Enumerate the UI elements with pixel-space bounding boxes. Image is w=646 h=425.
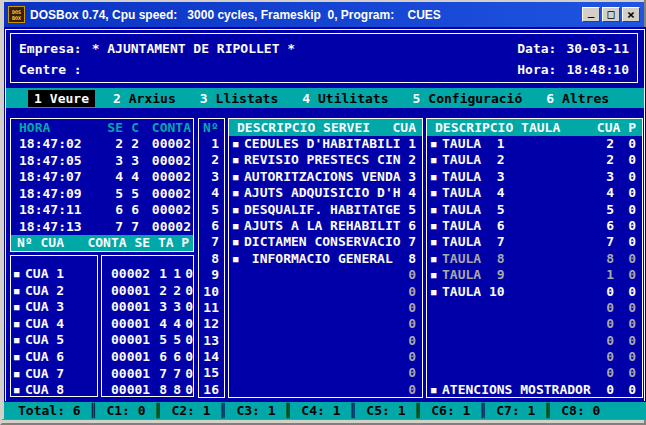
cua-name: CUA 8 xyxy=(25,382,64,397)
dos-screen: Empresa: * AJUNTAMENT DE RIPOLLET * Data… xyxy=(4,27,646,419)
menu-item[interactable]: 5 Configuració xyxy=(407,90,529,107)
status-separator: ║ xyxy=(350,403,358,418)
cua-p: 0 xyxy=(181,316,193,333)
servei-cua: 0 xyxy=(402,300,416,316)
close-button[interactable]: × xyxy=(622,7,640,22)
taula-cua: 4 xyxy=(600,185,614,201)
taula-cua: 2 xyxy=(600,152,614,168)
servei-cua: 4 xyxy=(402,185,416,201)
servei-cua: 8 xyxy=(402,251,416,267)
taula-row: 0 0 xyxy=(427,300,642,316)
servei-cua: 6 xyxy=(402,218,416,234)
status-segment: Total: 6 xyxy=(18,403,81,418)
status-value: C7: 1 xyxy=(496,403,535,418)
menu-item[interactable]: 6 Altres xyxy=(540,90,615,107)
row-number-header: Nº xyxy=(199,119,224,136)
servei-row: ■ AUTORITZACIONS VENDA 3 xyxy=(229,169,422,185)
window-title: DOSBox 0.74, Cpu speed: 3000 cycles, Fra… xyxy=(30,8,582,22)
taula-name: TAULA 4 xyxy=(442,185,600,201)
taula-header-cua-p: CUA P xyxy=(597,119,636,136)
taula-header-title: DESCRIPCIO TAULA xyxy=(435,119,560,136)
servei-row: ■ AJUTS A LA REHABILIT 6 xyxy=(229,218,422,234)
cua-name: CUA 5 xyxy=(25,332,64,349)
cua-ta: 1 xyxy=(167,266,181,283)
cua-conta: 00001 xyxy=(105,299,151,316)
cua-name-row: ■ CUA 6 xyxy=(11,349,97,366)
bullet-icon: ■ xyxy=(431,202,442,218)
menu-item-label: Altres xyxy=(562,91,609,106)
cua-values-row: 00001 3 3 0 xyxy=(102,299,193,316)
status-value: C5: 1 xyxy=(366,403,405,418)
hora-table-row: 18:47:13 7 7 00002 xyxy=(11,219,193,236)
bullet-icon: ■ xyxy=(14,316,25,333)
taula-cua: 3 xyxy=(600,169,614,185)
cua-name-row: ■ CUA 2 xyxy=(11,283,97,300)
bullet-icon: ■ xyxy=(233,185,244,201)
cua-se: 8 xyxy=(151,382,167,397)
servei-cua: 0 xyxy=(402,284,416,300)
data-value: 30-03-11 xyxy=(566,38,629,59)
c-col-header: C xyxy=(123,119,139,136)
hora-table-rows: 18:47:02 2 2 00002 18:47:05 3 3 00002 18… xyxy=(11,136,193,235)
se-col-header: SE xyxy=(99,119,123,136)
taula-p: 0 xyxy=(614,382,636,398)
session-header-box: Empresa: * AJUNTAMENT DE RIPOLLET * Data… xyxy=(10,33,638,83)
menu-item-label: Configuració xyxy=(428,91,522,106)
servei-name: AUTORITZACIONS VENDA xyxy=(244,169,402,185)
servei-cua: 5 xyxy=(402,202,416,218)
taula-cua: 1 xyxy=(600,267,614,283)
taula-name: TAULA 7 xyxy=(442,234,600,250)
taula-name: TAULA 3 xyxy=(442,169,600,185)
bullet-icon: ■ xyxy=(14,332,25,349)
cua-values-row: 00001 2 2 0 xyxy=(102,283,193,300)
minimize-button[interactable]: _ xyxy=(582,7,600,22)
cua-values-row: 00001 5 5 0 xyxy=(102,332,193,349)
taula-cua: 0 xyxy=(600,349,614,365)
cua-name-row: ■ CUA 8 xyxy=(11,382,97,397)
taula-cua: 0 xyxy=(600,300,614,316)
bullet-icon: ■ xyxy=(431,382,442,398)
menu-item[interactable]: 4 Utilitats xyxy=(296,90,394,107)
cua-p: 0 xyxy=(181,382,193,397)
servei-rows: ■ CEDULES D'HABITABILI 1 ■ REVISIO PREST… xyxy=(229,136,422,398)
cua-ta: 3 xyxy=(167,299,181,316)
menu-item[interactable]: 1 Veure xyxy=(28,90,95,107)
cua-ta: 2 xyxy=(167,283,181,300)
menu-item[interactable]: 2 Arxius xyxy=(107,90,182,107)
titlebar[interactable]: DOS BOX DOSBox 0.74, Cpu speed: 3000 cyc… xyxy=(4,2,644,27)
taula-p: 0 xyxy=(614,284,636,300)
menu-item-label: Llistats xyxy=(216,91,279,106)
hora-value: 18:48:10 xyxy=(566,59,629,80)
cua-p: 0 xyxy=(181,266,193,283)
menu-item[interactable]: 3 Llistats xyxy=(194,90,284,107)
status-value: C1: 0 xyxy=(106,403,145,418)
window-bottom-frame xyxy=(2,419,644,423)
menu-item-number: 3 xyxy=(200,91,208,106)
cua-ta: 6 xyxy=(167,349,181,366)
servei-cua: 1 xyxy=(402,136,416,152)
row-number: 12 xyxy=(199,316,224,332)
taula-p: 0 xyxy=(614,251,636,267)
taula-row: 0 0 xyxy=(427,333,642,349)
row-number: 6 xyxy=(199,218,224,234)
bullet-icon: ■ xyxy=(14,349,25,366)
cua-conta: 00001 xyxy=(105,332,151,349)
status-separator: ║ xyxy=(155,403,163,418)
bullet-icon: ■ xyxy=(233,202,244,218)
status-bar: Total: 6 ║ C1: 0 ║ C2: 1 ║ C3: 1 xyxy=(4,402,646,419)
bullet-icon: ■ xyxy=(233,234,244,250)
cua-p: 0 xyxy=(181,349,193,366)
hora-col-header: HORA xyxy=(11,119,99,136)
taula-row: ■ TAULA 1 2 0 xyxy=(427,136,642,152)
servei-row: ■ REVISIO PRESTECS CIN 2 xyxy=(229,152,422,168)
taula-cua: 0 xyxy=(600,316,614,332)
maximize-button[interactable]: □ xyxy=(602,7,620,22)
hora-table-row: 18:47:07 4 4 00002 xyxy=(11,169,193,186)
row-number: 16 xyxy=(199,382,224,398)
servei-row: ■ DESQUALIF. HABITATGE 5 xyxy=(229,202,422,218)
servei-cua: 3 xyxy=(402,169,416,185)
menu-item-number: 6 xyxy=(546,91,554,106)
hora-panel: HORA SE C CONTA 18:47:02 2 2 00002 18:47… xyxy=(10,118,194,252)
status-separator: ║ xyxy=(414,403,422,418)
row-number: 11 xyxy=(199,300,224,316)
